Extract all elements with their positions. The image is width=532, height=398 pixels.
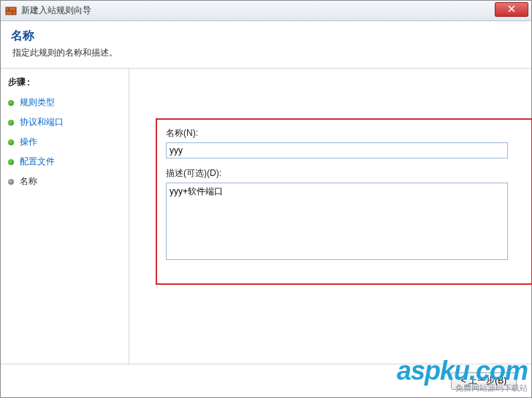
step-label: 名称 xyxy=(20,175,37,188)
step-name[interactable]: 名称 xyxy=(1,172,129,191)
steps-heading-colon: : xyxy=(27,77,30,88)
close-button[interactable] xyxy=(495,2,528,17)
step-action[interactable]: 操作 xyxy=(1,132,129,152)
step-label: 协议和端口 xyxy=(20,116,64,129)
wizard-window: 新建入站规则向导 名称 指定此规则的名称和描述。 步骤: 规则类型 协议和端口 xyxy=(0,0,532,398)
titlebar: 新建入站规则向导 xyxy=(1,1,531,21)
window-title: 新建入站规则向导 xyxy=(21,4,91,17)
bullet-icon xyxy=(8,120,14,126)
wizard-content: 名称(N): 描述(可选)(D): xyxy=(129,69,531,364)
description-input[interactable] xyxy=(166,183,508,260)
wizard-footer: < 上一步(B) xyxy=(1,364,531,397)
bullet-icon xyxy=(8,179,14,185)
name-label: 名称(N): xyxy=(166,127,524,139)
step-label: 配置文件 xyxy=(20,156,55,168)
name-input[interactable] xyxy=(166,142,508,158)
step-rule-type[interactable]: 规则类型 xyxy=(1,93,129,112)
back-button[interactable]: < 上一步(B) xyxy=(451,372,517,390)
steps-heading-text: 步骤 xyxy=(8,76,26,88)
bullet-icon xyxy=(8,159,14,165)
step-protocol-ports[interactable]: 协议和端口 xyxy=(1,112,129,132)
step-label: 操作 xyxy=(20,136,37,148)
bullet-icon xyxy=(8,139,14,145)
close-icon xyxy=(508,4,515,15)
description-label: 描述(可选)(D): xyxy=(166,167,524,180)
step-label: 规则类型 xyxy=(20,96,55,109)
form-area: 名称(N): 描述(可选)(D): xyxy=(166,127,524,262)
step-profile[interactable]: 配置文件 xyxy=(1,152,129,172)
page-subtitle: 指定此规则的名称和描述。 xyxy=(12,47,521,59)
steps-sidebar: 步骤: 规则类型 协议和端口 操作 配置文件 名称 xyxy=(1,69,129,364)
firewall-icon xyxy=(5,5,17,17)
wizard-header: 名称 指定此规则的名称和描述。 xyxy=(1,21,531,69)
wizard-body: 步骤: 规则类型 协议和端口 操作 配置文件 名称 xyxy=(1,69,531,364)
page-title: 名称 xyxy=(11,28,521,44)
steps-heading: 步骤: xyxy=(1,73,129,93)
bullet-icon xyxy=(8,100,14,106)
